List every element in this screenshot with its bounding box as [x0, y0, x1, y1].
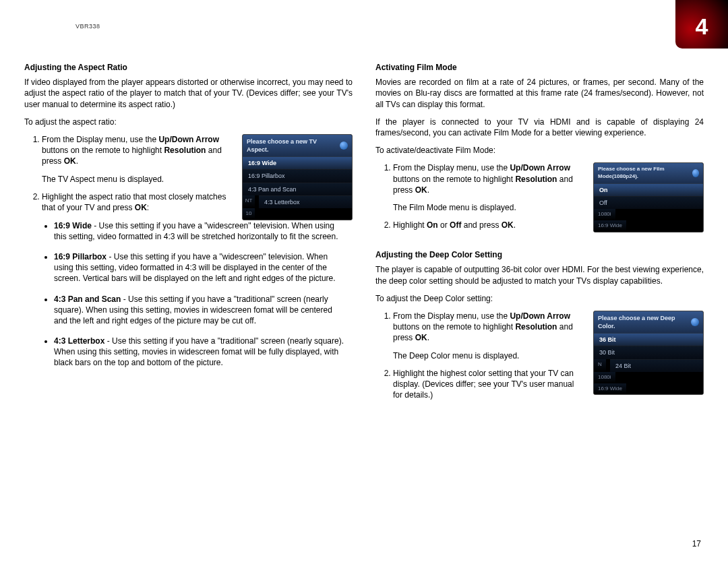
- left-column: Adjusting the Aspect Ratio If video disp…: [24, 62, 353, 407]
- chapter-number: 4: [696, 13, 708, 40]
- deep-step1-after: The Deep Color menu is displayed.: [393, 350, 584, 361]
- page-number: 17: [692, 539, 701, 549]
- film-step-block: From the Display menu, use the Up/Down A…: [375, 162, 704, 237]
- aspect-lead: To adjust the aspect ratio:: [24, 117, 353, 127]
- deep-intro: The player is capable of outputting 36-b…: [375, 264, 704, 286]
- heading-aspect: Adjusting the Aspect Ratio: [24, 62, 353, 73]
- menu-option: On: [594, 183, 703, 196]
- screenshot-tv-aspect-menu: Please choose a new TV Aspect. 16:9 Wide…: [242, 134, 353, 220]
- film-step1-after: The Film Mode menu is displayed.: [393, 202, 584, 213]
- aspect-step-2: Highlight the aspect ratio that most clo…: [42, 191, 233, 213]
- menu-option: 4:3 Pan and Scan: [243, 183, 352, 195]
- screenshot-film-mode-menu: Please choose a new Film Mode(1080p24). …: [593, 162, 704, 232]
- heading-film: Activating Film Mode: [375, 62, 704, 73]
- model-label: VBR338: [75, 23, 100, 30]
- list-item: 4:3 Letterbox - Use this setting if you …: [54, 336, 353, 369]
- help-icon: [340, 142, 348, 150]
- heading-deep-color: Adjusting the Deep Color Setting: [375, 249, 704, 260]
- list-item: 4:3 Pan and Scan - Use this setting if y…: [54, 294, 353, 327]
- screenshot-deep-color-menu: Please choose a new Deep Color. 36 Bit 3…: [593, 311, 704, 395]
- menu-option: 16:9 Wide: [243, 156, 352, 169]
- film-step-1: From the Display menu, use the Up/Down A…: [393, 162, 584, 213]
- menu-option: 36 Bit: [594, 333, 703, 346]
- page-header: VBR338 4: [24, 19, 704, 51]
- aspect-options-list: 16:9 Wide - Use this setting if you have…: [24, 220, 353, 369]
- content-columns: Adjusting the Aspect Ratio If video disp…: [24, 62, 704, 407]
- deep-step-block: From the Display menu, use the Up/Down A…: [375, 311, 704, 407]
- aspect-step-block: From the Display menu, use the Up/Down A…: [24, 134, 353, 220]
- film-step-2: Highlight On or Off and press OK.: [393, 220, 584, 230]
- deep-step-1: From the Display menu, use the Up/Down A…: [393, 311, 584, 361]
- film-lead: To activate/deactivate Film Mode:: [375, 145, 704, 156]
- menu-option: 30 Bit: [594, 346, 703, 358]
- manual-page: VBR338 4 Adjusting the Aspect Ratio If v…: [0, 0, 728, 562]
- aspect-step-1: From the Display menu, use the Up/Down A…: [42, 134, 233, 185]
- deep-step-2: Highlight the highest color setting that…: [393, 368, 584, 401]
- menu-option: 16:9 Pillarbox: [243, 169, 352, 182]
- right-column: Activating Film Mode Movies are recorded…: [375, 62, 704, 407]
- help-icon: [691, 318, 699, 326]
- aspect-intro: If video displayed from the player appea…: [24, 77, 353, 110]
- list-item: 16:9 Wide - Use this setting if you have…: [54, 220, 353, 242]
- deep-lead: To adjust the Deep Color setting:: [375, 293, 704, 304]
- aspect-step1-after: The TV Aspect menu is displayed.: [42, 174, 233, 185]
- menu-option: 4:3 Letterbox: [259, 195, 352, 208]
- menu-option: 24 Bit: [610, 359, 703, 372]
- help-icon: [692, 169, 699, 177]
- menu-option: Off: [594, 196, 703, 209]
- film-intro1: Movies are recorded on film at a rate of…: [375, 77, 704, 110]
- film-intro2: If the player is connected to your TV vi…: [375, 117, 704, 138]
- chapter-tab: 4: [675, 0, 728, 49]
- list-item: 16:9 Pillarbox - Use this setting if you…: [54, 251, 353, 284]
